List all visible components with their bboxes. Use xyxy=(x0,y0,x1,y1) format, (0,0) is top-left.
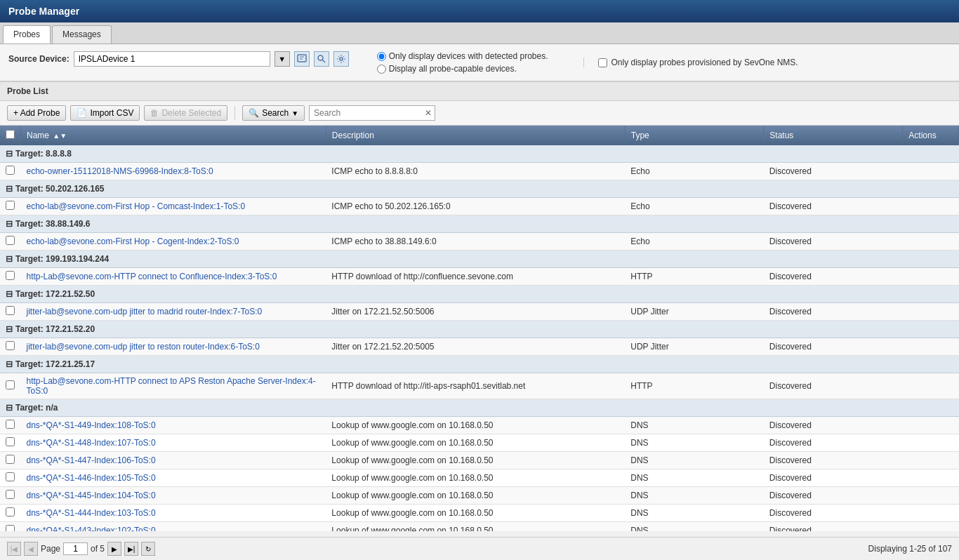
row-checkbox[interactable] xyxy=(6,306,15,315)
row-checkbox[interactable] xyxy=(6,472,15,481)
probe-name-link[interactable]: echo-lab@sevone.com-First Hop - Cogent-I… xyxy=(27,236,239,246)
row-status-cell: Discovered xyxy=(764,469,903,487)
table-row: dns-*QA*-S1-448-Index:107-ToS:0 Lookup o… xyxy=(0,434,959,452)
row-checkbox[interactable] xyxy=(6,490,15,499)
probe-name-link[interactable]: dns-*QA*-S1-449-Index:108-ToS:0 xyxy=(27,420,156,430)
source-device-dropdown-btn[interactable]: ▼ xyxy=(275,51,290,67)
probe-name-link[interactable]: dns-*QA*-S1-448-Index:107-ToS:0 xyxy=(27,438,156,448)
row-type-cell: DNS xyxy=(625,469,764,487)
add-probe-button[interactable]: + Add Probe xyxy=(7,105,66,121)
row-status-cell: Discovered xyxy=(764,452,903,469)
row-checkbox[interactable] xyxy=(6,525,15,531)
row-checkbox[interactable] xyxy=(6,201,15,210)
probe-name-link[interactable]: echo-lab@sevone.com-First Hop - Comcast-… xyxy=(27,201,246,211)
table-row: echo-lab@sevone.com-First Hop - Comcast-… xyxy=(0,198,959,215)
search-label: Search xyxy=(262,108,289,118)
probe-name-link[interactable]: dns-*QA*-S1-445-Index:104-ToS:0 xyxy=(27,491,156,500)
probe-name-link[interactable]: echo-owner-15112018-NMS-69968-Index:8-To… xyxy=(27,166,213,176)
target-toggle[interactable]: ⊟ xyxy=(6,219,13,229)
toolbar-divider xyxy=(234,106,235,120)
probe-name-link[interactable]: dns-*QA*-S1-447-Index:106-ToS:0 xyxy=(27,455,156,465)
radio-option-detected[interactable]: Only display devices with detected probe… xyxy=(377,51,548,61)
row-actions-cell xyxy=(903,303,959,321)
target-toggle[interactable]: ⊟ xyxy=(6,149,13,159)
tab-probes[interactable]: Probes xyxy=(3,25,51,44)
app-title: Probe Manager xyxy=(8,6,79,17)
target-toggle[interactable]: ⊟ xyxy=(6,254,13,264)
probe-list-header: Probe List xyxy=(0,81,959,101)
row-actions-cell xyxy=(903,522,959,532)
probe-name-link[interactable]: dns-*QA*-S1-444-Index:103-ToS:0 xyxy=(27,508,156,518)
row-name-cell: dns-*QA*-S1-448-Index:107-ToS:0 xyxy=(21,434,326,452)
row-desc-cell: Lookup of www.google.com on 10.168.0.50 xyxy=(326,469,625,487)
row-actions-cell xyxy=(903,163,959,180)
search-clear-button[interactable]: ✕ xyxy=(422,107,435,119)
table-row: http-Lab@sevone.com-HTTP connect to Conf… xyxy=(0,268,959,286)
probe-name-link[interactable]: http-Lab@sevone.com-HTTP connect to APS … xyxy=(27,376,316,396)
radio-option-all[interactable]: Display all probe-capable devices. xyxy=(377,64,548,74)
row-checkbox[interactable] xyxy=(6,420,15,429)
source-device-icon3-btn[interactable] xyxy=(333,51,349,67)
col-desc-header: Description xyxy=(326,126,625,145)
target-toggle[interactable]: ⊟ xyxy=(6,403,13,413)
row-actions-cell xyxy=(903,417,959,434)
row-checkbox[interactable] xyxy=(6,271,15,280)
table-body: ⊟Target: 8.8.8.8 echo-owner-15112018-NMS… xyxy=(0,145,959,531)
row-status-cell: Discovered xyxy=(764,268,903,286)
probe-name-link[interactable]: dns-*QA*-S1-443-Index:102-ToS:0 xyxy=(27,526,156,531)
row-status-cell: Discovered xyxy=(764,434,903,452)
sevone-nms-checkbox[interactable] xyxy=(598,58,607,67)
target-toggle[interactable]: ⊟ xyxy=(6,289,13,299)
row-checkbox[interactable] xyxy=(6,380,15,389)
search-input[interactable] xyxy=(310,106,422,120)
row-actions-cell xyxy=(903,268,959,286)
probe-name-link[interactable]: dns-*QA*-S1-446-Index:105-ToS:0 xyxy=(27,473,156,483)
row-type-cell: DNS xyxy=(625,522,764,532)
row-actions-cell xyxy=(903,452,959,469)
col-name-header[interactable]: Name ▲▼ xyxy=(21,126,326,145)
row-checkbox[interactable] xyxy=(6,507,15,516)
source-device-input[interactable] xyxy=(74,51,270,67)
row-desc-cell: Jitter on 172.21.52.20:5005 xyxy=(326,338,625,356)
search-dropdown-button[interactable]: 🔍 Search ▼ xyxy=(242,105,305,121)
probe-list-section: Probe List + Add Probe 📄 Import CSV 🗑 De… xyxy=(0,81,959,531)
checkbox-group[interactable]: Only display probes provisioned by SevOn… xyxy=(583,58,798,67)
row-status-cell: Discovered xyxy=(764,505,903,522)
row-status-cell: Discovered xyxy=(764,303,903,321)
row-name-cell: dns-*QA*-S1-449-Index:108-ToS:0 xyxy=(21,417,326,434)
import-csv-button[interactable]: 📄 Import CSV xyxy=(70,105,140,121)
row-checkbox[interactable] xyxy=(6,166,15,175)
source-device-group: Source Device: ▼ xyxy=(8,51,349,67)
target-row: ⊟Target: 8.8.8.8 xyxy=(0,145,959,163)
source-device-icon1-btn[interactable] xyxy=(294,51,310,67)
probe-name-link[interactable]: http-Lab@sevone.com-HTTP connect to Conf… xyxy=(27,272,277,281)
delete-selected-button[interactable]: 🗑 Delete Selected xyxy=(144,105,227,121)
row-checkbox[interactable] xyxy=(6,455,15,464)
row-type-cell: HTTP xyxy=(625,373,764,399)
radio-detected-label: Only display devices with detected probe… xyxy=(389,51,548,61)
target-toggle[interactable]: ⊟ xyxy=(6,324,13,334)
name-sort-icon: ▲▼ xyxy=(53,132,67,140)
target-toggle[interactable]: ⊟ xyxy=(6,184,13,194)
search-dropdown-arrow: ▼ xyxy=(291,109,298,117)
probe-name-link[interactable]: jitter-lab@sevone.com-udp jitter to madr… xyxy=(27,307,263,316)
row-checkbox-cell xyxy=(0,338,21,356)
row-actions-cell xyxy=(903,505,959,522)
radio-detected[interactable] xyxy=(377,52,386,61)
row-checkbox[interactable] xyxy=(6,236,15,245)
target-toggle[interactable]: ⊟ xyxy=(6,359,13,369)
row-checkbox[interactable] xyxy=(6,437,15,446)
select-all-checkbox[interactable] xyxy=(6,130,15,139)
row-desc-cell: Lookup of www.google.com on 10.168.0.50 xyxy=(326,487,625,505)
row-type-cell: HTTP xyxy=(625,268,764,286)
row-checkbox[interactable] xyxy=(6,341,15,350)
source-device-icon2-btn[interactable] xyxy=(314,51,329,67)
row-type-cell: DNS xyxy=(625,452,764,469)
table-header-row: Name ▲▼ Description Type Status Actions xyxy=(0,126,959,145)
svg-rect-0 xyxy=(298,55,306,62)
col-status-header: Status xyxy=(764,126,903,145)
probe-name-link[interactable]: jitter-lab@sevone.com-udp jitter to rest… xyxy=(27,342,260,352)
row-checkbox-cell xyxy=(0,268,21,286)
tab-messages[interactable]: Messages xyxy=(52,25,112,44)
radio-all[interactable] xyxy=(377,65,386,74)
